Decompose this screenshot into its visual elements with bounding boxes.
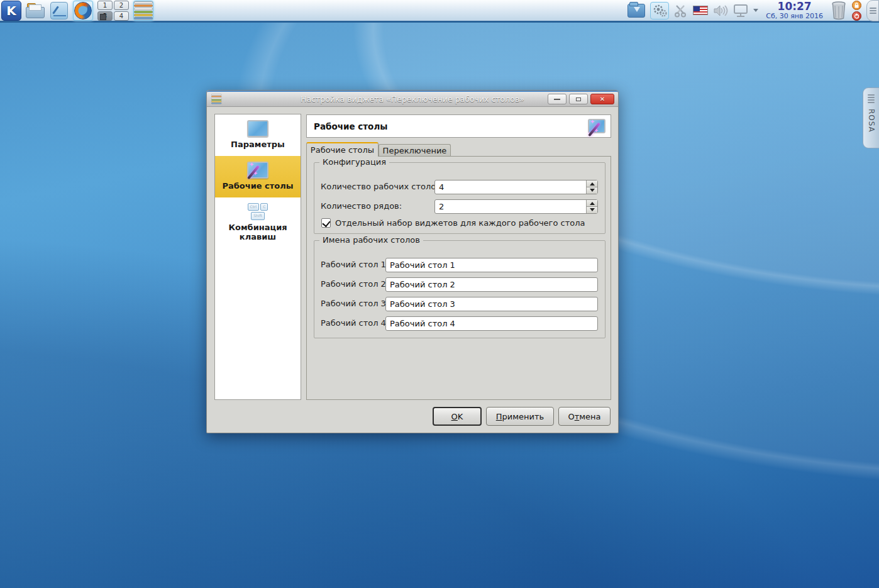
kde-menu-button[interactable]: K — [1, 1, 21, 21]
rosa-launcher-tab[interactable]: ROSA — [863, 87, 879, 148]
downloads-tray-button[interactable] — [627, 4, 645, 18]
pencil-icon — [50, 2, 68, 19]
desktop-name-input-1[interactable] — [385, 258, 598, 272]
speaker-icon — [713, 4, 728, 17]
desktop-name-input-4[interactable] — [385, 316, 598, 331]
desktop-name-input-2[interactable] — [385, 277, 598, 292]
pager-desktop-4[interactable]: 4 — [114, 11, 129, 21]
firefox-launcher[interactable] — [73, 1, 93, 21]
settings-tray-button[interactable] — [650, 2, 669, 19]
panel-toolbox-cashew[interactable] — [866, 0, 879, 21]
field-label: Количество рядов: — [321, 201, 402, 211]
top-panel: K 1 2 3 4 — [0, 0, 879, 23]
desktop-count-row: Количество рабочих столов: 4 — [314, 180, 605, 194]
trash-can-icon — [831, 1, 847, 20]
arrow-up-icon — [590, 199, 595, 205]
file-manager-launcher[interactable] — [25, 1, 45, 21]
sidebar-item-desktops[interactable]: Рабочие столы — [215, 156, 301, 197]
desktop-name-input-3[interactable] — [385, 297, 598, 311]
display-tray-button[interactable] — [733, 4, 748, 18]
pager-widget-button[interactable] — [133, 1, 153, 21]
digital-clock[interactable]: 10:27 Сб, 30 янв 2016 — [766, 1, 823, 19]
volume-tray-button[interactable] — [713, 4, 728, 17]
system-tray: 10:27 Сб, 30 янв 2016 — [627, 0, 879, 21]
desktop-pager[interactable]: 1 2 3 4 — [97, 0, 130, 21]
button-text: мена — [579, 412, 600, 421]
page-title: Рабочие столы — [307, 121, 388, 131]
chevron-down-icon — [753, 9, 758, 14]
spin-up-button[interactable] — [587, 180, 597, 187]
folder-icon — [26, 3, 45, 18]
arrow-down-icon — [590, 189, 595, 194]
spinbox-value: 4 — [435, 180, 586, 194]
per-desktop-widgets-checkbox-row[interactable]: Отдельный набор виджетов для каждого раб… — [321, 217, 585, 228]
maximize-button[interactable] — [569, 94, 588, 104]
maximize-icon — [576, 97, 581, 101]
close-icon: ✕ — [600, 96, 605, 103]
minimize-icon — [554, 99, 560, 100]
field-label: Рабочий стол 3: — [321, 299, 389, 308]
group-legend: Конфигурация — [319, 157, 389, 167]
tab-desktops[interactable]: Рабочие столы — [306, 142, 379, 157]
download-folder-icon — [627, 4, 645, 18]
row-count-row: Количество рядов: 2 — [314, 199, 605, 214]
field-label: Рабочий стол 1: — [321, 260, 389, 269]
sidebar-item-label: Параметры — [231, 140, 285, 150]
desktop-names-group: Имена рабочих столов Рабочий стол 1: Раб… — [314, 240, 605, 338]
minimize-button[interactable] — [548, 94, 567, 104]
button-accel: П — [496, 412, 502, 421]
desktop-name-row-4: Рабочий стол 4: — [314, 316, 605, 331]
tray-expander-button[interactable] — [753, 6, 758, 14]
keyboard-keys-icon: Ctrl C Shift — [248, 203, 268, 220]
pager-settings-dialog: Настройка виджета «Переключение рабочих … — [206, 90, 619, 433]
desktop-count-spinbox[interactable]: 4 — [434, 180, 598, 194]
sidebar-item-label: Рабочие столы — [222, 182, 293, 191]
apply-button[interactable]: Применить — [486, 407, 554, 426]
kde-menu-icon: K — [1, 1, 21, 21]
lock-screen-button[interactable] — [852, 1, 861, 10]
clipboard-tray-button[interactable] — [674, 4, 688, 18]
clock-date: Сб, 30 янв 2016 — [766, 13, 823, 20]
settings-sidebar: Параметры Рабочие столы Ctrl C Shift Ком… — [214, 114, 301, 400]
leave-button[interactable] — [852, 11, 861, 21]
desktop-name-row-3: Рабочий стол 3: — [314, 297, 605, 311]
keycap-c: C — [260, 203, 268, 211]
keyboard-layout-button[interactable] — [693, 6, 708, 15]
field-label: Рабочий стол 2: — [321, 279, 389, 289]
pager-desktop-3-active[interactable]: 3 — [97, 11, 113, 21]
lock-icon — [854, 3, 860, 8]
close-button[interactable]: ✕ — [590, 94, 614, 104]
ok-button[interactable]: OK — [433, 407, 482, 426]
arrow-up-icon — [590, 180, 595, 186]
group-legend: Имена рабочих столов — [319, 235, 423, 245]
session-buttons — [852, 1, 861, 21]
desktop-name-row-1: Рабочий стол 1: — [314, 258, 605, 272]
cancel-button[interactable]: Отмена — [558, 407, 611, 426]
clock-time: 10:27 — [766, 1, 823, 13]
spin-up-button[interactable] — [587, 200, 597, 207]
sidebar-item-shortcuts[interactable]: Ctrl C Shift Комбинация клавиш — [215, 197, 301, 248]
sidebar-item-parameters[interactable]: Параметры — [215, 114, 301, 156]
rosa-tab-label: ROSA — [867, 109, 876, 133]
trash-widget[interactable] — [831, 1, 847, 20]
us-flag-icon — [693, 6, 708, 15]
firefox-icon — [74, 2, 92, 19]
spin-down-button[interactable] — [587, 187, 597, 194]
magic-wand-monitor-icon — [247, 162, 268, 179]
tab-switching[interactable]: Переключение — [379, 144, 451, 157]
menu-burger-icon — [868, 94, 875, 103]
field-label: Количество рабочих столов: — [321, 182, 443, 191]
pager-desktop-1[interactable]: 1 — [97, 1, 113, 10]
row-count-spinbox[interactable]: 2 — [434, 199, 598, 214]
pager-desktop-2[interactable]: 2 — [114, 1, 129, 10]
monitor-icon — [247, 120, 268, 137]
tab-content: Конфигурация Количество рабочих столов: … — [306, 156, 611, 400]
dialog-titlebar[interactable]: Настройка виджета «Переключение рабочих … — [207, 91, 618, 107]
keycap-shift: Shift — [251, 212, 265, 219]
spin-down-button[interactable] — [587, 207, 597, 213]
paper-stack-icon — [134, 1, 153, 19]
text-editor-launcher[interactable] — [49, 1, 69, 21]
button-accel: O — [451, 412, 458, 421]
field-label: Рабочий стол 4: — [321, 318, 389, 328]
checkbox-checked[interactable] — [321, 218, 331, 228]
